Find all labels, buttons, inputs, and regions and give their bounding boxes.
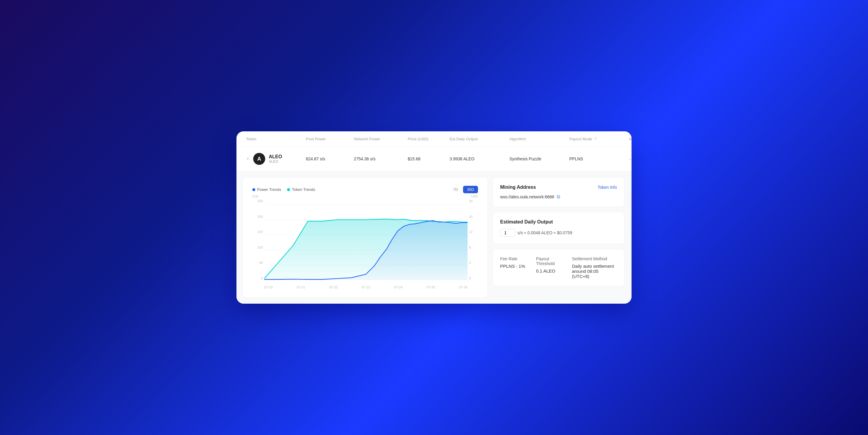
address-text: wss://aleo.oula.network:6666	[500, 195, 554, 199]
payout-threshold-value: 0.1 ALEO	[536, 268, 566, 273]
avatar: A	[253, 153, 265, 165]
chart-svg	[264, 205, 467, 280]
unit-label: Unit	[252, 195, 258, 198]
token-trends-label: Token Trends	[292, 187, 315, 192]
chart-section: Power Trends Token Trends 7D 30D Unit 25…	[243, 177, 488, 298]
settlement-field: Settlement Method Daily auto settlement …	[572, 257, 617, 279]
estimated-output-title: Estimated Daily Output	[500, 219, 553, 225]
payout-threshold-label: Payout Threshold	[536, 257, 566, 266]
help-icon[interactable]: ?	[594, 137, 596, 141]
est-daily-value: 3.9938 ALEO	[450, 157, 509, 161]
col-price: Price (USD)	[408, 137, 450, 141]
token-cell: ▼ A ALEO ALEO	[246, 153, 306, 165]
table-header: Token Pool Power Network Power Price (US…	[237, 131, 631, 147]
token-symbol: ALEO	[269, 160, 282, 164]
calc-input[interactable]	[500, 229, 515, 237]
x-axis-labels: 07-20 07-21 07-22 07-23 07-24 07-25 07-2…	[264, 286, 467, 289]
algorithm-value: Synthesis Puzzle	[509, 157, 569, 161]
mining-address-card: Mining Address Token Info wss://aleo.oul…	[493, 177, 624, 207]
token-info-link[interactable]: Token Info	[597, 185, 617, 190]
more-dots-button[interactable]: ···	[629, 156, 631, 163]
col-algorithm: Algorithm	[509, 137, 569, 141]
fee-info-grid: Fee Rate PPLNS : 1% Payout Threshold 0.1…	[500, 257, 617, 279]
token-trends-dot	[287, 188, 290, 191]
token-name: ALEO	[269, 154, 282, 160]
col-token: Token	[246, 137, 306, 141]
price-value: $15.68	[408, 157, 450, 161]
fee-rate-label: Fee Rate	[500, 257, 530, 261]
estimated-output-header: Estimated Daily Output	[500, 219, 617, 225]
chart-container: Unit 250 200 150 100 50 0 USD 20 16 12 8…	[252, 199, 478, 289]
period-7d-button[interactable]: 7D	[449, 186, 462, 193]
legend-power-trends: Power Trends	[252, 187, 281, 192]
payout-mode-value: PPLNS	[569, 157, 629, 161]
col-more: More	[629, 137, 631, 141]
pool-power-value: 824.87 s/s	[306, 157, 354, 161]
col-payout-mode: Payout Mode ?	[569, 137, 629, 141]
calc-formula: s/s ≈ 0.0048 ALEO ≈ $0.0759	[518, 230, 572, 235]
token-name-group: ALEO ALEO	[269, 154, 282, 164]
mining-address-header: Mining Address Token Info	[500, 185, 617, 190]
payout-threshold-field: Payout Threshold 0.1 ALEO	[536, 257, 566, 279]
y-axis-right: USD 20 16 12 8 4 0	[469, 199, 478, 280]
right-panel: Mining Address Token Info wss://aleo.oul…	[488, 171, 631, 304]
network-power-value: 2754.36 s/s	[354, 157, 408, 161]
calc-row: s/s ≈ 0.0048 ALEO ≈ $0.0759	[500, 229, 617, 237]
usd-label: USD	[471, 195, 478, 198]
legend-token-trends: Token Trends	[287, 187, 315, 192]
col-pool-power: Pool Power	[306, 137, 354, 141]
chart-header: Power Trends Token Trends 7D 30D	[252, 186, 478, 193]
main-card: Token Pool Power Network Power Price (US…	[237, 131, 631, 304]
mining-address-row: wss://aleo.oula.network:6666 ⧉	[500, 194, 617, 200]
period-30d-button[interactable]: 30D	[463, 186, 478, 193]
fee-info-card: Fee Rate PPLNS : 1% Payout Threshold 0.1…	[493, 249, 624, 286]
power-trends-label: Power Trends	[257, 187, 281, 192]
fee-rate-value: PPLNS : 1%	[500, 264, 530, 269]
settlement-value: Daily auto settlement around 08:05 (UTC+…	[572, 264, 617, 279]
mining-address-title: Mining Address	[500, 185, 536, 190]
settlement-label: Settlement Method	[572, 257, 617, 261]
estimated-output-card: Estimated Daily Output s/s ≈ 0.0048 ALEO…	[493, 212, 624, 244]
col-est-daily: Est.Daily Output	[450, 137, 509, 141]
main-content: Power Trends Token Trends 7D 30D Unit 25…	[237, 171, 631, 304]
table-row: ▼ A ALEO ALEO 824.87 s/s 2754.36 s/s $15…	[237, 147, 631, 171]
fee-rate-field: Fee Rate PPLNS : 1%	[500, 257, 530, 279]
col-network-power: Network Power	[354, 137, 408, 141]
chevron-down-icon[interactable]: ▼	[246, 157, 250, 161]
copy-icon[interactable]: ⧉	[557, 194, 560, 200]
y-axis-left: Unit 250 200 150 100 50 0	[252, 199, 263, 280]
period-buttons: 7D 30D	[449, 186, 478, 193]
chart-legend: Power Trends Token Trends	[252, 187, 315, 192]
power-trends-dot	[252, 188, 255, 191]
